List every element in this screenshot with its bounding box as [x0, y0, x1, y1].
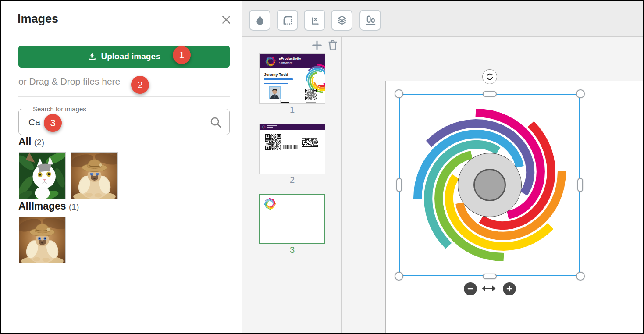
upload-icon	[88, 52, 96, 61]
step-badge-1: 1	[173, 46, 191, 64]
close-icon	[221, 14, 232, 25]
rotate-icon	[485, 72, 494, 81]
brand-text: eProductivity Software	[279, 57, 301, 65]
design-canvas	[342, 37, 644, 333]
minus-icon	[467, 285, 474, 292]
pages-panel: eProductivity Software Jeremy Todd 1	[242, 37, 342, 333]
qr-code	[265, 134, 281, 150]
group-heading-allimages: AllImages (1)	[18, 200, 79, 212]
plus-icon	[506, 285, 513, 292]
rotate-handle[interactable]	[482, 69, 497, 84]
brand-text	[267, 125, 277, 126]
close-panel-button[interactable]	[219, 13, 233, 27]
page-number-1[interactable]: 1	[259, 105, 325, 115]
upload-button-label: Upload images	[101, 52, 160, 61]
card-holder-name: Jeremy Todd	[264, 72, 288, 77]
group-all-count: (2)	[34, 138, 44, 147]
search-field-label: Search for images	[30, 105, 89, 113]
resize-handle-bottom-right[interactable]	[576, 272, 585, 281]
images-panel: Images Upload images 1 or Drag & Drop fi…	[1, 1, 243, 333]
divider	[18, 96, 230, 97]
resize-handle-bottom-left[interactable]	[395, 272, 403, 281]
step-badge-2: 2	[131, 76, 149, 94]
stretch-arrow-icon	[481, 283, 496, 295]
delete-page-button[interactable]	[327, 39, 339, 51]
card-email-text	[264, 83, 288, 84]
library-image-white-cat[interactable]	[19, 152, 66, 199]
eps-logo-icon	[263, 197, 277, 210]
card-portrait-photo	[269, 86, 281, 99]
align-baseline-tool-button[interactable]	[359, 10, 381, 31]
align-baseline-icon	[365, 14, 376, 26]
upload-images-button[interactable]: Upload images	[18, 46, 230, 68]
trash-icon	[327, 39, 338, 51]
drag-drop-hint: or Drag & Drop files here	[18, 76, 120, 87]
scale-down-button[interactable]	[464, 282, 477, 295]
qr-code	[305, 89, 317, 100]
corner-radius-icon	[282, 14, 293, 26]
group-all-name: All	[18, 136, 31, 147]
library-image-hat-cat-2[interactable]	[19, 217, 66, 263]
qr-caption	[306, 102, 316, 103]
plus-icon	[311, 39, 323, 51]
page-number-3[interactable]: 3	[259, 245, 325, 255]
color-fill-tool-button[interactable]	[249, 10, 270, 31]
resize-handle-top-right[interactable]	[576, 89, 585, 98]
axes-icon	[309, 14, 320, 26]
eps-logo-icon	[262, 125, 266, 129]
page-thumbnail-2[interactable]	[259, 124, 325, 174]
layers-tool-button[interactable]	[331, 10, 352, 31]
search-icon[interactable]	[209, 116, 222, 129]
german-flag-icon	[281, 100, 289, 104]
position-axes-tool-button[interactable]	[304, 10, 325, 31]
group-heading-all: All (2)	[18, 136, 44, 148]
step-badge-3: 3	[44, 114, 62, 132]
page-number-2[interactable]: 2	[259, 175, 325, 185]
add-page-button[interactable]	[311, 39, 323, 51]
card-role-text	[264, 78, 293, 80]
divider	[18, 36, 230, 36]
eps-logo-icon	[265, 56, 276, 67]
images-panel-title: Images	[18, 12, 58, 26]
resize-handle-bottom[interactable]	[483, 274, 497, 279]
barcode	[283, 145, 298, 149]
layers-icon	[336, 14, 348, 26]
card-designer-window: Images Upload images 1 or Drag & Drop fi…	[0, 0, 644, 334]
selection-bounding-box	[399, 94, 580, 276]
library-image-hat-cat[interactable]	[71, 152, 118, 199]
page-thumbnail-1[interactable]: eProductivity Software Jeremy Todd	[259, 53, 325, 104]
resize-handle-left[interactable]	[396, 178, 402, 192]
datamatrix-code	[302, 138, 318, 147]
resize-handle-right[interactable]	[577, 178, 583, 192]
resize-handle-top[interactable]	[483, 91, 497, 97]
group-allimages-count: (1)	[69, 202, 79, 211]
group-allimages-name: AllImages	[18, 200, 66, 212]
corner-radius-tool-button[interactable]	[277, 10, 298, 31]
scale-up-button[interactable]	[503, 282, 516, 295]
card-header-band	[260, 124, 325, 130]
resize-handle-top-left[interactable]	[395, 89, 403, 98]
toolbar	[242, 1, 644, 37]
droplet-icon	[254, 14, 266, 26]
page-thumbnail-3-selected[interactable]	[259, 194, 325, 244]
